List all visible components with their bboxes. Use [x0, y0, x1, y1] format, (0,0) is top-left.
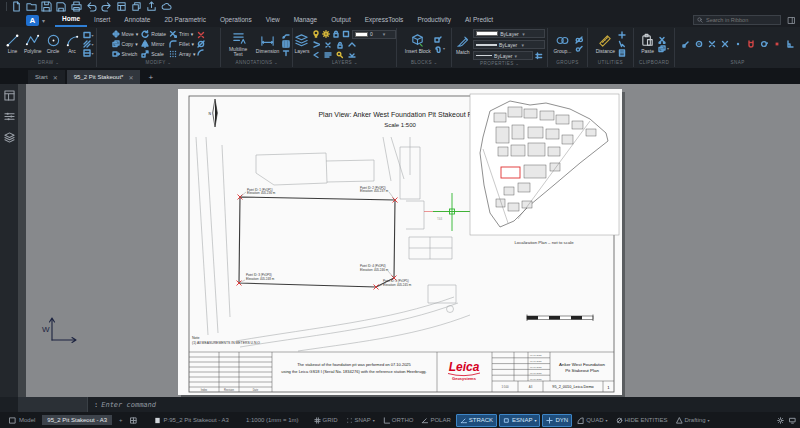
layer-merge-icon[interactable]: [348, 51, 356, 59]
snap-apparent-icon[interactable]: [721, 40, 729, 48]
mirror-button[interactable]: Mirror: [141, 39, 166, 49]
toggle-strack[interactable]: STRACK: [456, 414, 497, 427]
new-document-button[interactable]: +: [142, 73, 159, 84]
move-button[interactable]: Move▾: [112, 29, 139, 39]
stretch-button[interactable]: Stretch: [112, 49, 139, 59]
gear-icon[interactable]: [777, 417, 784, 424]
open-file-icon[interactable]: [26, 1, 37, 12]
layer-isolate-icon[interactable]: [342, 30, 350, 38]
group-label-annotations[interactable]: ANNOTATIONS: [221, 59, 292, 67]
snap-endpoint-icon[interactable]: [682, 40, 690, 48]
tab-2d-parametric[interactable]: 2D Parametric: [157, 14, 213, 26]
toggle-snap[interactable]: SNAP: [343, 415, 378, 426]
close-icon[interactable]: ✕: [53, 74, 58, 81]
group-label-snap[interactable]: SNAP: [675, 59, 800, 67]
multiline-text-button[interactable]: Multiline Text: [223, 31, 252, 58]
layer-on-icon[interactable]: [312, 30, 320, 38]
tab-operations[interactable]: Operations: [213, 14, 259, 26]
color-select[interactable]: ByLayer ▾: [473, 29, 545, 38]
distance-button[interactable]: Distance: [595, 33, 616, 55]
settings-sliders-icon[interactable]: [4, 111, 15, 122]
tab-manage[interactable]: Manage: [287, 14, 325, 26]
block-editor-icon[interactable]: [434, 36, 442, 44]
transparency-icon[interactable]: [535, 52, 543, 60]
save-icon[interactable]: [41, 1, 52, 12]
tab-view[interactable]: View: [259, 14, 287, 26]
workspace-switcher[interactable]: Drafting: [673, 415, 713, 426]
app-menu-caret-icon[interactable]: ▾: [42, 17, 45, 24]
command-history-panel[interactable]: [18, 397, 88, 412]
layer-lock-icon[interactable]: [332, 30, 340, 38]
tab-insert[interactable]: Insert: [87, 14, 117, 26]
app-logo[interactable]: A: [26, 15, 39, 26]
layer-match-icon[interactable]: [348, 41, 356, 49]
annotation-scale[interactable]: 1:1000 (1mm = 1m): [246, 417, 299, 423]
circle-button[interactable]: Circle: [45, 33, 62, 55]
export-icon[interactable]: [146, 1, 157, 12]
display-icon[interactable]: [789, 417, 796, 424]
match-properties-button[interactable]: Match: [454, 34, 471, 56]
layer-thaw-icon[interactable]: [324, 41, 332, 49]
ribbon-options-icon[interactable]: [787, 16, 796, 25]
layers-button[interactable]: Layers: [293, 33, 310, 55]
trim-button[interactable]: Trim▾: [169, 29, 195, 39]
group-label-draw[interactable]: DRAW: [2, 59, 96, 67]
undo-icon[interactable]: [86, 1, 97, 12]
tab-expresstools[interactable]: ExpressTools: [358, 14, 411, 26]
tab-productivity[interactable]: Productivity: [410, 14, 458, 26]
paste-button[interactable]: Paste: [639, 33, 656, 55]
rotate-button[interactable]: Rotate: [141, 29, 166, 39]
layout-list-icon[interactable]: [130, 417, 137, 424]
save-as-icon[interactable]: [56, 1, 67, 12]
properties-icon[interactable]: [116, 1, 127, 12]
toggle-polar[interactable]: POLAR: [418, 415, 453, 426]
snap-magnet-icon[interactable]: [747, 40, 755, 48]
paper-space-indicator[interactable]: P:95_2 Pit Stakeout - A3: [149, 415, 234, 426]
toggle-esnap[interactable]: ESNAP: [499, 414, 540, 427]
polyline-button[interactable]: Polyline: [23, 33, 43, 55]
group-label-clipboard[interactable]: CLIPBOARD: [634, 59, 674, 67]
layer-unlock-icon[interactable]: [336, 41, 344, 49]
snap-rotation-icon[interactable]: [760, 40, 768, 48]
leader-icon[interactable]: [282, 31, 290, 39]
table-icon[interactable]: [282, 40, 290, 48]
fillet-button[interactable]: Fillet▾: [169, 39, 195, 49]
doc-tab-drawing[interactable]: 95_2 Pit Stakeout* ✕: [67, 70, 141, 84]
quick-select-icon[interactable]: [618, 40, 626, 48]
close-icon[interactable]: ✕: [128, 74, 133, 81]
group-button[interactable]: Group...: [552, 33, 572, 55]
toggle-quad[interactable]: QUAD: [574, 415, 610, 426]
layer-select[interactable]: 0 ▾: [352, 30, 396, 39]
model-tab[interactable]: Model: [4, 415, 40, 426]
id-point-icon[interactable]: [618, 31, 626, 39]
cloud-icon[interactable]: [161, 1, 172, 12]
toggle-ortho[interactable]: ORTHO: [380, 415, 417, 426]
cut-icon[interactable]: [658, 36, 666, 44]
drawing-canvas[interactable]: W N Plan View: Anker West Foundation Pit…: [0, 84, 800, 397]
copy-button[interactable]: Copy▾: [112, 39, 139, 49]
snap-marker-icon[interactable]: [773, 40, 781, 48]
copy-clip-icon[interactable]: [658, 45, 666, 53]
redo-icon[interactable]: [101, 1, 112, 12]
scale-button[interactable]: Scale: [141, 49, 166, 59]
group-edit-icon[interactable]: [575, 45, 583, 53]
attach-icon[interactable]: [434, 45, 442, 53]
group-label-blocks[interactable]: BLOCKS: [397, 59, 451, 67]
text-style-icon[interactable]: [282, 49, 290, 57]
lineweight-select[interactable]: ByLayer ▾: [473, 40, 545, 49]
ribbon-search[interactable]: [693, 15, 781, 25]
tab-annotate[interactable]: Annotate: [117, 14, 157, 26]
new-file-icon[interactable]: [11, 1, 22, 12]
toggle-hide-entities[interactable]: HIDE ENTITIES: [613, 415, 671, 426]
gradient-icon[interactable]: [83, 49, 91, 57]
snap-intersection-icon[interactable]: [708, 40, 716, 48]
hatch-icon[interactable]: [83, 40, 91, 48]
array-button[interactable]: Array▾: [169, 49, 195, 59]
paper-sheet[interactable]: N Plan View: Anker West Foundation Pit S…: [178, 89, 622, 395]
command-line[interactable]: :Enter command: [0, 397, 800, 412]
linetype-select[interactable]: ByLayer ▾: [473, 51, 533, 60]
tab-ai-predict[interactable]: AI Predict: [458, 14, 500, 26]
break-icon[interactable]: [197, 49, 205, 57]
layer-states-icon[interactable]: [324, 51, 332, 59]
rectangle-icon[interactable]: [83, 31, 91, 39]
